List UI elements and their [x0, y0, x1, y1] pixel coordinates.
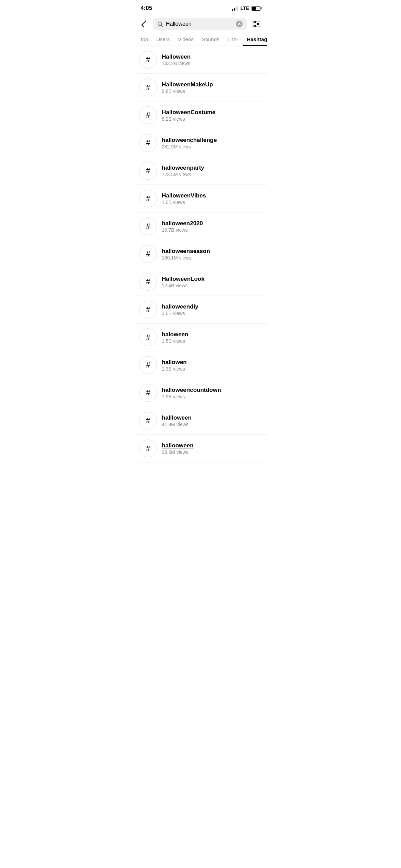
tab-users[interactable]: Users — [152, 33, 174, 46]
back-chevron-icon — [141, 21, 148, 27]
hashtag-icon-circle: # — [139, 79, 157, 96]
hashtag-views: 160.1M views — [162, 255, 262, 261]
hash-symbol-icon: # — [146, 250, 150, 258]
hashtag-info: HalloweenVibes 1.0B views — [162, 192, 262, 205]
hash-symbol-icon: # — [146, 388, 150, 397]
hashtag-icon-circle: # — [139, 134, 157, 152]
hashtag-name: halloweendiy — [162, 303, 262, 310]
hashtag-info: halloweenchallenge 282.9M views — [162, 137, 262, 149]
hashtag-views: 1.9B views — [162, 394, 262, 399]
hashtag-views: 282.9M views — [162, 144, 262, 149]
hashtag-list-item[interactable]: # HalloweenVibes 1.0B views — [134, 185, 267, 213]
tab-top[interactable]: Top — [136, 33, 152, 46]
signal-bars-icon — [232, 6, 238, 11]
tabs-container: Top Users Videos Sounds LIVE Hashtags — [134, 33, 267, 46]
hash-symbol-icon: # — [146, 166, 150, 175]
tab-sounds[interactable]: Sounds — [198, 33, 223, 46]
hashtag-list-item[interactable]: # hallloween 41.8M views — [134, 407, 267, 435]
hashtag-views: 3.0B views — [162, 311, 262, 316]
hashtag-list-item[interactable]: # HalloweenLook 12.4B views — [134, 268, 267, 296]
filter-icon — [252, 21, 260, 27]
hashtag-info: Halloween 143.2B views — [162, 53, 262, 66]
hashtag-views: 143.2B views — [162, 61, 262, 66]
clear-search-button[interactable]: ✕ — [236, 21, 243, 27]
hashtag-name: HalloweenMakeUp — [162, 81, 262, 88]
hash-symbol-icon: # — [146, 222, 150, 231]
hashtag-info: HalloweenLook 12.4B views — [162, 276, 262, 288]
svg-point-6 — [257, 23, 259, 25]
hashtag-views: 723.5M views — [162, 172, 262, 177]
hashtag-icon-circle: # — [139, 328, 157, 346]
lte-icon: LTE — [241, 5, 249, 11]
hashtag-views: 9.8B views — [162, 88, 262, 94]
hashtag-list-item[interactable]: # haloween 1.5B views — [134, 324, 267, 351]
filter-button[interactable] — [250, 18, 263, 30]
hashtag-info: hallloween 41.8M views — [162, 414, 262, 427]
hashtag-name: halloweencountdown — [162, 387, 262, 394]
hashtag-icon-circle: # — [139, 106, 157, 124]
hash-symbol-icon: # — [146, 444, 150, 453]
hashtag-views: 10.7B views — [162, 227, 262, 233]
tab-videos[interactable]: Videos — [174, 33, 198, 46]
hashtag-list-item[interactable]: # halloweenchallenge 282.9M views — [134, 129, 267, 157]
svg-point-7 — [254, 25, 256, 27]
hashtag-list-item[interactable]: # Halloween 143.2B views — [134, 46, 267, 74]
hashtag-icon-circle: # — [139, 217, 157, 235]
hash-symbol-icon: # — [146, 138, 150, 147]
hashtag-info: HalloweenCostume 8.2B views — [162, 109, 262, 122]
hash-symbol-icon: # — [146, 277, 150, 286]
hashtag-list-item[interactable]: # HalloweenMakeUp 9.8B views — [134, 74, 267, 101]
tab-live[interactable]: LIVE — [223, 33, 243, 46]
hashtag-info: halloweendiy 3.0B views — [162, 303, 262, 316]
hashtag-list-item[interactable]: # HalloweenCostume 8.2B views — [134, 101, 267, 129]
tab-hashtags[interactable]: Hashtags — [243, 33, 267, 46]
search-input[interactable]: Halloween — [166, 21, 233, 27]
hashtag-list-item[interactable]: # halloween2020 10.7B views — [134, 213, 267, 240]
hashtag-info: halloween2020 10.7B views — [162, 220, 262, 233]
hashtag-list-item[interactable]: # hallowen 1.3B views — [134, 351, 267, 379]
hash-symbol-icon: # — [146, 83, 150, 92]
search-input-wrapper[interactable]: Halloween ✕ — [153, 18, 247, 30]
hashtag-icon-circle: # — [139, 412, 157, 430]
hashtag-name: haloween — [162, 331, 262, 338]
hashtag-list-item[interactable]: # hallooween 29.6M views — [134, 435, 267, 462]
hashtag-icon-circle: # — [139, 384, 157, 402]
search-bar-container: Halloween ✕ — [134, 15, 267, 33]
hash-symbol-icon: # — [146, 333, 150, 342]
hashtag-views: 1.3B views — [162, 366, 262, 372]
hashtag-info: hallooween 29.6M views — [162, 442, 262, 455]
battery-icon — [252, 6, 260, 11]
hash-symbol-icon: # — [146, 361, 150, 370]
hashtag-list-item[interactable]: # halloweenseason 160.1M views — [134, 240, 267, 268]
status-time: 4:05 — [141, 5, 152, 12]
hashtag-views: 41.8M views — [162, 422, 262, 427]
hashtag-views: 1.0B views — [162, 200, 262, 205]
svg-line-1 — [161, 25, 162, 26]
back-button[interactable] — [138, 19, 149, 29]
hashtag-info: halloweenparty 723.5M views — [162, 165, 262, 177]
hash-symbol-icon: # — [146, 194, 150, 203]
hashtag-info: halloweencountdown 1.9B views — [162, 387, 262, 399]
hashtag-name: Halloween — [162, 53, 262, 60]
hash-symbol-icon: # — [146, 416, 150, 425]
hashtag-name: halloween2020 — [162, 220, 262, 227]
hashtag-info: hallowen 1.3B views — [162, 359, 262, 372]
hash-symbol-icon: # — [146, 55, 150, 64]
hashtag-info: halloweenseason 160.1M views — [162, 248, 262, 261]
hashtag-name: HalloweenCostume — [162, 109, 262, 116]
status-icons: LTE — [232, 5, 260, 11]
hashtag-name: halloweenseason — [162, 248, 262, 255]
hashtag-info: HalloweenMakeUp 9.8B views — [162, 81, 262, 94]
hash-symbol-icon: # — [146, 305, 150, 314]
svg-point-5 — [254, 21, 256, 23]
hashtag-icon-circle: # — [139, 356, 157, 374]
hashtag-name: hallloween — [162, 414, 262, 421]
hashtag-views: 29.6M views — [162, 449, 262, 455]
hashtag-icon-circle: # — [139, 51, 157, 69]
hashtag-icon-circle: # — [139, 439, 157, 457]
hashtag-name: hallooween — [162, 442, 262, 449]
hashtag-icon-circle: # — [139, 162, 157, 180]
hashtag-list-item[interactable]: # halloweencountdown 1.9B views — [134, 379, 267, 407]
hashtag-list-item[interactable]: # halloweenparty 723.5M views — [134, 157, 267, 185]
hashtag-list-item[interactable]: # halloweendiy 3.0B views — [134, 296, 267, 324]
